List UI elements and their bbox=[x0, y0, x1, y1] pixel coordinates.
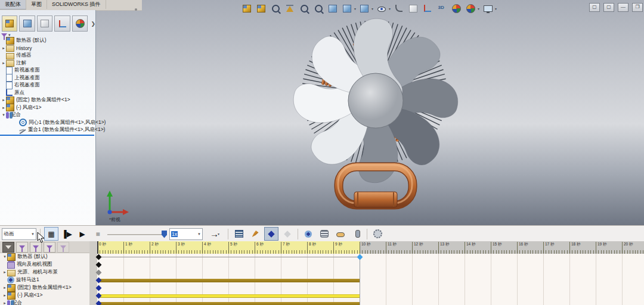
collapse-all-button[interactable] bbox=[57, 242, 69, 253]
chevron-down-icon[interactable]: ▾ bbox=[354, 7, 356, 11]
reference-triad-button[interactable] bbox=[422, 2, 434, 14]
spring-button[interactable] bbox=[317, 227, 332, 241]
save-animation-button[interactable] bbox=[232, 227, 246, 241]
tree-item[interactable]: 上视基准面 bbox=[1, 74, 40, 82]
expand-arrow[interactable]: ▸ bbox=[1, 98, 6, 102]
timebar-playhead[interactable] bbox=[97, 241, 98, 254]
view-orientation-button[interactable] bbox=[407, 2, 419, 14]
key-point[interactable] bbox=[96, 301, 102, 305]
expand-arrow[interactable]: ▸ bbox=[2, 301, 7, 305]
gravity-button[interactable] bbox=[349, 227, 364, 241]
end-key-point[interactable] bbox=[357, 254, 363, 260]
filter-all-button[interactable] bbox=[2, 242, 14, 253]
tab-草图[interactable]: 草图 bbox=[26, 0, 47, 9]
stop-button[interactable]: ■ bbox=[91, 227, 105, 241]
contact-button[interactable] bbox=[333, 227, 348, 241]
motion-tree-item[interactable]: ▸配合 bbox=[2, 300, 22, 305]
panel-expand-chevron[interactable]: ❯ bbox=[91, 21, 95, 27]
display-style-button[interactable] bbox=[358, 2, 370, 14]
expand-arrow[interactable]: ▾ bbox=[2, 254, 7, 259]
key-point[interactable] bbox=[96, 285, 102, 291]
tree-item[interactable]: 右视基准面 bbox=[1, 82, 40, 89]
3d-drawing-view-button[interactable]: 3D bbox=[436, 2, 448, 14]
tree-item[interactable]: 传感器 bbox=[1, 52, 32, 59]
chevron-down-icon[interactable]: ▾ bbox=[495, 7, 497, 11]
apply-scene-button[interactable] bbox=[465, 2, 476, 14]
tab-装配体[interactable]: 装配体 bbox=[0, 0, 26, 10]
timeline-ruler[interactable]: 0 秒1 秒2 秒3 秒4 秒5 秒6 秒7 秒8 秒9 秒10 秒11 秒12… bbox=[97, 241, 644, 254]
add-update-key-button[interactable] bbox=[280, 227, 295, 241]
play-button[interactable]: ▶ bbox=[75, 227, 89, 241]
motion-study-properties-button[interactable] bbox=[370, 227, 385, 241]
dimxpertmanager-tab[interactable] bbox=[54, 15, 70, 32]
chevron-down-icon[interactable]: ▾ bbox=[389, 7, 391, 11]
display-pane-button[interactable] bbox=[341, 2, 353, 14]
expand-arrow[interactable]: ▸ bbox=[2, 270, 7, 275]
motion-tree-item[interactable]: 视向及相机视图 bbox=[2, 261, 52, 268]
key-point[interactable] bbox=[96, 254, 102, 260]
tree-item[interactable]: 前视基准面 bbox=[1, 67, 40, 74]
propertymanager-tab[interactable] bbox=[19, 15, 35, 32]
rollback-bar[interactable] bbox=[0, 135, 94, 136]
pane-right-button[interactable]: ▢ bbox=[603, 3, 614, 12]
tree-item[interactable]: ▾配合 bbox=[1, 111, 21, 119]
insert-component-button[interactable] bbox=[241, 2, 253, 14]
zoom-to-fit-button[interactable] bbox=[298, 2, 310, 14]
displaymanager-tab[interactable] bbox=[72, 15, 88, 32]
playback-speed-combo[interactable]: 1x ▼ bbox=[169, 228, 203, 240]
graphics-viewport[interactable] bbox=[95, 0, 644, 225]
tree-item[interactable]: 散热器 (默认) bbox=[1, 37, 47, 44]
section-view-button[interactable] bbox=[327, 2, 339, 14]
restore-button[interactable]: ❐ bbox=[632, 3, 643, 12]
playback-mode-button[interactable]: → ▾ bbox=[205, 227, 224, 241]
configurationmanager-tab[interactable] bbox=[37, 15, 52, 32]
edit-appearance-button[interactable] bbox=[393, 2, 405, 14]
tree-item[interactable]: 重合1 (散热金属组件<1>,风扇<1>) bbox=[14, 126, 105, 133]
cpu-cooler-model[interactable] bbox=[280, 17, 477, 219]
motor-button[interactable] bbox=[301, 227, 315, 241]
filter-animated-button[interactable] bbox=[16, 242, 28, 253]
motion-tree-item[interactable]: ▾散热器 (默认) bbox=[2, 253, 48, 260]
measure-button[interactable] bbox=[270, 2, 281, 14]
pane-left-button[interactable]: ▢ bbox=[589, 3, 600, 12]
appearances-button[interactable] bbox=[450, 2, 462, 14]
mate-button[interactable] bbox=[255, 2, 267, 14]
minimize-button[interactable]: — bbox=[618, 3, 628, 12]
hide-show-items-button[interactable] bbox=[376, 2, 388, 14]
chevron-down-icon[interactable]: ▾ bbox=[478, 7, 479, 11]
mass-properties-button[interactable] bbox=[284, 2, 296, 14]
tree-item[interactable]: ▸History bbox=[1, 45, 32, 52]
expand-arrow[interactable]: ▸ bbox=[2, 293, 7, 298]
expand-arrow[interactable]: ▸ bbox=[1, 46, 6, 51]
autokey-button[interactable] bbox=[264, 227, 278, 241]
tree-item[interactable]: ▸(固定) 散热金属组件<1> bbox=[1, 97, 70, 104]
timeline-grid[interactable] bbox=[97, 254, 644, 305]
key-point[interactable] bbox=[96, 270, 102, 276]
motion-tree-item[interactable]: ▸(-) 风扇<1> bbox=[2, 292, 43, 299]
animation-wizard-button[interactable] bbox=[248, 227, 262, 241]
expand-arrow[interactable]: ▸ bbox=[1, 105, 6, 110]
olive-duration-bar[interactable] bbox=[98, 302, 360, 305]
expand-arrow[interactable]: ▸ bbox=[1, 61, 6, 66]
tab-SOLIDWORKS 插件[interactable]: SOLIDWORKS 插件 bbox=[47, 0, 106, 9]
olive-duration-bar[interactable] bbox=[98, 279, 360, 282]
motion-tree-item[interactable]: ▸(固定) 散热金属组件<1> bbox=[2, 284, 72, 291]
motion-tree-item[interactable]: ▸光源、相机与布景 bbox=[2, 269, 58, 276]
key-point[interactable] bbox=[96, 262, 102, 268]
tree-item[interactable]: 同心1 (散热金属组件<1>,风扇<1>) bbox=[14, 119, 106, 126]
tree-item[interactable]: ▸(-) 风扇<1> bbox=[1, 104, 42, 111]
slider-handle[interactable] bbox=[162, 231, 167, 238]
study-type-combo[interactable]: 动画▼ bbox=[2, 228, 36, 240]
screen-button[interactable] bbox=[482, 2, 494, 14]
yellow-duration-bar[interactable] bbox=[98, 294, 360, 298]
chevron-down-icon[interactable]: ▾ bbox=[371, 7, 373, 11]
timeline-zoom-slider[interactable] bbox=[107, 229, 167, 239]
zoom-to-area-button[interactable] bbox=[312, 2, 324, 14]
play-from-start-button[interactable]: ▐▶ bbox=[60, 227, 74, 241]
featuremanager-tree-tab[interactable] bbox=[2, 15, 17, 32]
expand-arrow[interactable]: ▸ bbox=[2, 285, 7, 290]
expand-arrow[interactable]: ▾ bbox=[1, 113, 6, 117]
tree-item[interactable]: ▸注解 bbox=[1, 60, 26, 67]
motion-tree-item[interactable]: 旋转马达1 bbox=[2, 276, 39, 284]
tree-item[interactable]: 原点 bbox=[1, 89, 24, 97]
